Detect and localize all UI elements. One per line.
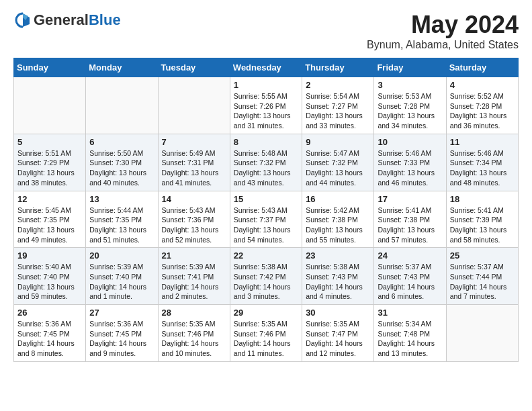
calendar-cell: 13Sunrise: 5:44 AMSunset: 7:35 PMDayligh… [86, 191, 158, 248]
day-info: Sunrise: 5:42 AMSunset: 7:38 PMDaylight:… [306, 205, 370, 245]
weekday-header-tuesday: Tuesday [158, 58, 230, 77]
day-number: 20 [89, 250, 154, 261]
calendar-cell: 28Sunrise: 5:35 AMSunset: 7:46 PMDayligh… [158, 305, 230, 362]
calendar-cell: 26Sunrise: 5:36 AMSunset: 7:45 PMDayligh… [14, 305, 86, 362]
day-info: Sunrise: 5:40 AMSunset: 7:40 PMDaylight:… [17, 262, 82, 302]
calendar-cell: 2Sunrise: 5:54 AMSunset: 7:27 PMDaylight… [302, 77, 374, 134]
day-info: Sunrise: 5:43 AMSunset: 7:36 PMDaylight:… [162, 205, 226, 245]
day-number: 30 [306, 308, 370, 318]
day-info: Sunrise: 5:48 AMSunset: 7:32 PMDaylight:… [234, 148, 298, 188]
day-number: 27 [89, 308, 154, 318]
day-number: 15 [234, 194, 298, 204]
day-info: Sunrise: 5:55 AMSunset: 7:26 PMDaylight:… [234, 91, 298, 131]
weekday-header-saturday: Saturday [446, 58, 518, 77]
day-info: Sunrise: 5:37 AMSunset: 7:44 PMDaylight:… [450, 262, 515, 302]
calendar-subtitle: Bynum, Alabama, United States [367, 39, 519, 51]
calendar-cell: 20Sunrise: 5:39 AMSunset: 7:40 PMDayligh… [86, 248, 158, 305]
day-info: Sunrise: 5:41 AMSunset: 7:39 PMDaylight:… [450, 205, 515, 245]
calendar-cell: 19Sunrise: 5:40 AMSunset: 7:40 PMDayligh… [14, 248, 86, 305]
day-info: Sunrise: 5:38 AMSunset: 7:42 PMDaylight:… [234, 262, 298, 302]
calendar-cell [86, 77, 158, 134]
calendar-title: May 2024 [367, 11, 519, 39]
calendar-cell: 23Sunrise: 5:38 AMSunset: 7:43 PMDayligh… [302, 248, 374, 305]
day-number: 2 [306, 80, 370, 90]
day-number: 17 [378, 194, 442, 204]
day-number: 13 [89, 194, 154, 204]
calendar-cell: 16Sunrise: 5:42 AMSunset: 7:38 PMDayligh… [302, 191, 374, 248]
day-info: Sunrise: 5:53 AMSunset: 7:28 PMDaylight:… [378, 91, 442, 131]
calendar-cell: 1Sunrise: 5:55 AMSunset: 7:26 PMDaylight… [230, 77, 302, 134]
calendar-cell: 4Sunrise: 5:52 AMSunset: 7:28 PMDaylight… [446, 77, 518, 134]
day-info: Sunrise: 5:46 AMSunset: 7:34 PMDaylight:… [450, 148, 515, 188]
day-number: 10 [378, 137, 442, 147]
calendar-cell: 31Sunrise: 5:34 AMSunset: 7:48 PMDayligh… [374, 305, 446, 362]
page-header: GeneralBlue May 2024 Bynum, Alabama, Uni… [13, 11, 519, 51]
day-info: Sunrise: 5:44 AMSunset: 7:35 PMDaylight:… [89, 205, 154, 245]
day-info: Sunrise: 5:37 AMSunset: 7:43 PMDaylight:… [378, 262, 442, 302]
day-number: 29 [234, 308, 298, 318]
day-number: 1 [234, 80, 298, 90]
logo-blue-text: Blue [89, 11, 121, 29]
calendar-cell: 29Sunrise: 5:35 AMSunset: 7:46 PMDayligh… [230, 305, 302, 362]
calendar-cell: 24Sunrise: 5:37 AMSunset: 7:43 PMDayligh… [374, 248, 446, 305]
calendar-cell: 10Sunrise: 5:46 AMSunset: 7:33 PMDayligh… [374, 134, 446, 191]
calendar-cell: 14Sunrise: 5:43 AMSunset: 7:36 PMDayligh… [158, 191, 230, 248]
day-number: 6 [89, 137, 154, 147]
day-number: 3 [378, 80, 442, 90]
day-number: 14 [162, 194, 226, 204]
logo-general-text: General [34, 11, 89, 29]
weekday-header-monday: Monday [86, 58, 158, 77]
weekday-header-wednesday: Wednesday [230, 58, 302, 77]
logo-icon [13, 11, 32, 30]
day-info: Sunrise: 5:36 AMSunset: 7:45 PMDaylight:… [17, 319, 82, 359]
title-section: May 2024 Bynum, Alabama, United States [367, 11, 519, 51]
day-info: Sunrise: 5:51 AMSunset: 7:29 PMDaylight:… [17, 148, 82, 188]
calendar-cell: 11Sunrise: 5:46 AMSunset: 7:34 PMDayligh… [446, 134, 518, 191]
day-info: Sunrise: 5:41 AMSunset: 7:38 PMDaylight:… [378, 205, 442, 245]
day-info: Sunrise: 5:34 AMSunset: 7:48 PMDaylight:… [378, 319, 442, 359]
day-number: 23 [306, 250, 370, 261]
calendar-cell: 6Sunrise: 5:50 AMSunset: 7:30 PMDaylight… [86, 134, 158, 191]
day-number: 5 [17, 137, 82, 147]
day-number: 22 [234, 250, 298, 261]
calendar-cell: 8Sunrise: 5:48 AMSunset: 7:32 PMDaylight… [230, 134, 302, 191]
calendar-cell: 9Sunrise: 5:47 AMSunset: 7:32 PMDaylight… [302, 134, 374, 191]
day-info: Sunrise: 5:36 AMSunset: 7:45 PMDaylight:… [89, 319, 154, 359]
day-number: 21 [162, 250, 226, 261]
day-info: Sunrise: 5:54 AMSunset: 7:27 PMDaylight:… [306, 91, 370, 131]
day-number: 19 [17, 250, 82, 261]
day-number: 28 [162, 308, 226, 318]
calendar-cell: 22Sunrise: 5:38 AMSunset: 7:42 PMDayligh… [230, 248, 302, 305]
day-info: Sunrise: 5:39 AMSunset: 7:40 PMDaylight:… [89, 262, 154, 302]
day-number: 12 [17, 194, 82, 204]
day-info: Sunrise: 5:35 AMSunset: 7:46 PMDaylight:… [162, 319, 226, 359]
day-number: 16 [306, 194, 370, 204]
day-number: 11 [450, 137, 515, 147]
calendar-cell: 25Sunrise: 5:37 AMSunset: 7:44 PMDayligh… [446, 248, 518, 305]
calendar-cell: 21Sunrise: 5:39 AMSunset: 7:41 PMDayligh… [158, 248, 230, 305]
calendar-cell: 3Sunrise: 5:53 AMSunset: 7:28 PMDaylight… [374, 77, 446, 134]
day-info: Sunrise: 5:50 AMSunset: 7:30 PMDaylight:… [89, 148, 154, 188]
calendar-cell: 17Sunrise: 5:41 AMSunset: 7:38 PMDayligh… [374, 191, 446, 248]
day-info: Sunrise: 5:47 AMSunset: 7:32 PMDaylight:… [306, 148, 370, 188]
day-number: 8 [234, 137, 298, 147]
calendar-cell: 30Sunrise: 5:35 AMSunset: 7:47 PMDayligh… [302, 305, 374, 362]
calendar-cell: 18Sunrise: 5:41 AMSunset: 7:39 PMDayligh… [446, 191, 518, 248]
day-number: 25 [450, 250, 515, 261]
day-info: Sunrise: 5:45 AMSunset: 7:35 PMDaylight:… [17, 205, 82, 245]
day-info: Sunrise: 5:52 AMSunset: 7:28 PMDaylight:… [450, 91, 515, 131]
weekday-header-friday: Friday [374, 58, 446, 77]
weekday-header-sunday: Sunday [14, 58, 86, 77]
day-info: Sunrise: 5:46 AMSunset: 7:33 PMDaylight:… [378, 148, 442, 188]
calendar-cell [14, 77, 86, 134]
day-number: 9 [306, 137, 370, 147]
day-info: Sunrise: 5:39 AMSunset: 7:41 PMDaylight:… [162, 262, 226, 302]
logo: GeneralBlue [13, 11, 121, 30]
calendar-cell: 27Sunrise: 5:36 AMSunset: 7:45 PMDayligh… [86, 305, 158, 362]
calendar-cell: 15Sunrise: 5:43 AMSunset: 7:37 PMDayligh… [230, 191, 302, 248]
day-info: Sunrise: 5:35 AMSunset: 7:47 PMDaylight:… [306, 319, 370, 359]
day-number: 24 [378, 250, 442, 261]
calendar-cell: 12Sunrise: 5:45 AMSunset: 7:35 PMDayligh… [14, 191, 86, 248]
calendar-cell: 7Sunrise: 5:49 AMSunset: 7:31 PMDaylight… [158, 134, 230, 191]
day-number: 4 [450, 80, 515, 90]
